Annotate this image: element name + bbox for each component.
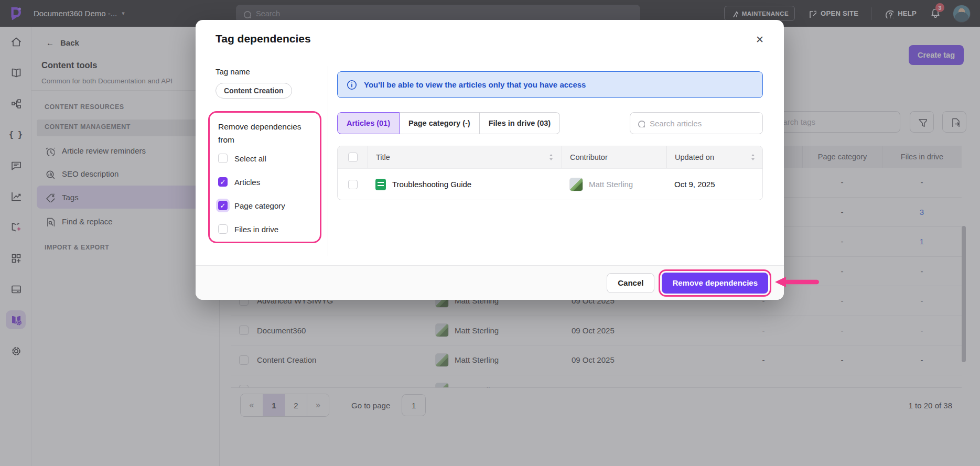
articles-table: Title Contributor Updated on Troubleshoo… (337, 146, 763, 200)
remove-dependencies-button[interactable]: Remove dependencies (662, 273, 768, 294)
search-icon (637, 119, 645, 127)
article-contributor-cell: Matt Sterling (562, 178, 666, 191)
tab-articles[interactable]: Articles (01) (337, 112, 400, 134)
article-row: Troubleshooting Guide Matt Sterling Oct … (338, 168, 762, 200)
articles-checkbox[interactable] (218, 177, 228, 187)
article-icon (375, 179, 386, 190)
sort-icon (548, 154, 554, 161)
updated-on-header-cell[interactable]: Updated on (666, 146, 763, 168)
sort-icon (750, 154, 756, 161)
title-header-cell[interactable]: Title (368, 146, 562, 168)
article-title-cell: Troubleshooting Guide (368, 179, 562, 190)
annotation-arrow (775, 276, 819, 288)
article-updated-cell: Oct 9, 2025 (666, 180, 763, 189)
tab-files-in-drive[interactable]: Files in drive (03) (480, 112, 560, 134)
search-articles-placeholder: Search articles (650, 119, 702, 128)
tag-dependencies-modal: Tag dependencies ✕ Tag name Content Crea… (196, 20, 784, 300)
checkbox-files-in-drive[interactable]: Files in drive (218, 224, 278, 234)
checkbox-page-category[interactable]: Page category (218, 201, 285, 210)
tag-name-label: Tag name (216, 67, 250, 76)
checkbox-articles[interactable]: Articles (218, 177, 260, 187)
modal-footer: Cancel Remove dependencies (196, 265, 784, 300)
search-articles-input[interactable]: Search articles (630, 112, 763, 134)
contributor-avatar (569, 178, 583, 191)
select-all-checkbox[interactable] (218, 154, 228, 163)
article-checkbox[interactable] (348, 180, 358, 189)
select-all-cell[interactable] (338, 146, 368, 168)
contributor-header-cell[interactable]: Contributor (562, 146, 666, 168)
checkbox-select-all[interactable]: Select all (218, 154, 266, 163)
articles-table-header: Title Contributor Updated on (338, 146, 762, 168)
close-icon[interactable]: ✕ (756, 34, 764, 46)
modal-title: Tag dependencies (216, 32, 311, 45)
info-banner-text: You'll be able to view the articles only… (364, 80, 586, 89)
modal-vertical-divider (328, 66, 328, 256)
info-banner: You'll be able to view the articles only… (337, 71, 763, 98)
tag-name-pill: Content Creation (216, 83, 292, 99)
dependency-tabs: Articles (01) Page category (-) Files in… (337, 112, 560, 134)
remove-dependencies-panel: Remove dependencies from Select all Arti… (208, 111, 321, 243)
info-icon (347, 80, 357, 90)
page-category-checkbox[interactable] (218, 201, 228, 210)
files-in-drive-checkbox[interactable] (218, 224, 228, 234)
cancel-button[interactable]: Cancel (607, 273, 654, 293)
remove-panel-title: Remove dependencies from (218, 121, 307, 147)
tab-page-category[interactable]: Page category (-) (400, 112, 480, 134)
